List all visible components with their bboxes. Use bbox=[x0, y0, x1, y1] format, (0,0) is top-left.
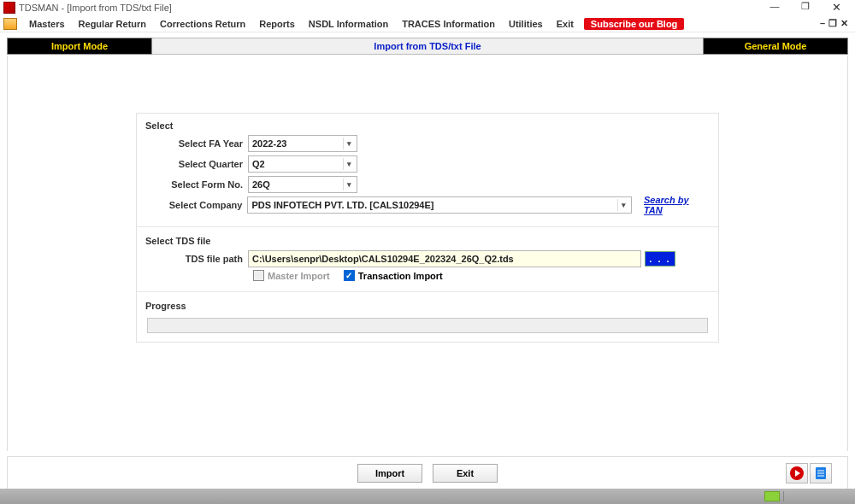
menu-regular-return[interactable]: Regular Return bbox=[72, 19, 153, 29]
subscribe-blog-button[interactable]: Subscribe our Blog bbox=[584, 18, 684, 30]
menubar-icon bbox=[3, 18, 17, 30]
quarter-label: Select Quarter bbox=[145, 159, 248, 169]
tab-title: Import from TDS/txt File bbox=[152, 38, 703, 55]
document-icon[interactable] bbox=[810, 463, 832, 483]
status-grip bbox=[783, 491, 852, 501]
master-import-label: Master Import bbox=[268, 271, 330, 281]
import-button[interactable]: Import bbox=[357, 464, 422, 483]
master-import-checkbox bbox=[253, 270, 264, 281]
company-combo[interactable]: PDS INFOTECH PVT. LTD. [CALS10294E] ▾ bbox=[247, 196, 632, 214]
chevron-down-icon: ▾ bbox=[343, 138, 355, 149]
select-legend: Select bbox=[145, 119, 710, 134]
menu-corrections-return[interactable]: Corrections Return bbox=[153, 19, 252, 29]
menu-exit[interactable]: Exit bbox=[550, 19, 581, 29]
maximize-button[interactable]: ❐ bbox=[790, 1, 821, 15]
chevron-down-icon: ▾ bbox=[343, 179, 355, 190]
chevron-down-icon: ▾ bbox=[343, 158, 355, 170]
tds-file-path-label: TDS file path bbox=[145, 254, 248, 264]
app-icon bbox=[3, 2, 15, 14]
select-section: Select Select FA Year 2022-23 ▾ Select Q… bbox=[137, 114, 718, 225]
divider bbox=[137, 291, 718, 292]
fa-year-combo[interactable]: 2022-23 ▾ bbox=[248, 135, 357, 152]
status-bar bbox=[0, 489, 855, 504]
tds-file-path-input[interactable]: C:\Users\senpr\Desktop\CALS10294E_202324… bbox=[248, 250, 641, 267]
play-icon[interactable] bbox=[786, 463, 808, 483]
fa-year-label: Select FA Year bbox=[145, 138, 248, 149]
progress-section: Progress bbox=[137, 294, 718, 342]
window-title: TDSMAN - [Import from TDS/txt File] bbox=[19, 3, 172, 13]
status-indicator-icon bbox=[764, 491, 780, 501]
company-label: Select Company bbox=[145, 200, 247, 210]
tds-file-path-value: C:\Users\senpr\Desktop\CALS10294E_202324… bbox=[252, 254, 514, 264]
divider bbox=[137, 226, 718, 227]
quarter-combo[interactable]: Q2 ▾ bbox=[248, 155, 357, 173]
tds-file-legend: Select TDS file bbox=[145, 234, 710, 249]
browse-button[interactable]: . . . bbox=[645, 251, 675, 267]
chevron-down-icon: ▾ bbox=[617, 199, 629, 211]
transaction-import-label: Transaction Import bbox=[358, 271, 443, 281]
company-value: PDS INFOTECH PVT. LTD. [CALS10294E] bbox=[251, 200, 433, 210]
titlebar: TDSMAN - [Import from TDS/txt File] — ❐ … bbox=[0, 0, 855, 15]
form-no-value: 26Q bbox=[252, 179, 270, 190]
mdi-restore-button[interactable]: ❐ bbox=[828, 18, 837, 29]
search-by-tan-link[interactable]: Search by TAN bbox=[644, 195, 710, 215]
exit-button[interactable]: Exit bbox=[433, 464, 498, 483]
form-no-combo[interactable]: 26Q ▾ bbox=[248, 176, 357, 193]
mdi-minimize-button[interactable]: – bbox=[820, 18, 825, 29]
minimize-button[interactable]: — bbox=[759, 1, 790, 15]
fa-year-value: 2022-23 bbox=[252, 138, 286, 149]
close-button[interactable]: ✕ bbox=[821, 1, 852, 15]
form-panel: Select Select FA Year 2022-23 ▾ Select Q… bbox=[136, 113, 719, 343]
mode-tabstrip: Import Mode Import from TDS/txt File Gen… bbox=[0, 32, 855, 51]
menu-utilities[interactable]: Utilities bbox=[502, 19, 550, 29]
progress-bar bbox=[147, 318, 708, 333]
transaction-import-checkbox[interactable]: ✓ bbox=[344, 270, 355, 281]
menu-masters[interactable]: Masters bbox=[22, 19, 72, 29]
work-area: Select Select FA Year 2022-23 ▾ Select Q… bbox=[7, 56, 848, 451]
footer-bar: Import Exit bbox=[7, 456, 848, 489]
form-no-label: Select Form No. bbox=[145, 179, 248, 190]
quarter-value: Q2 bbox=[252, 159, 265, 169]
menu-nsdl-information[interactable]: NSDL Information bbox=[302, 19, 395, 29]
menu-traces-information[interactable]: TRACES Information bbox=[395, 19, 502, 29]
progress-legend: Progress bbox=[145, 299, 710, 314]
tab-import-mode[interactable]: Import Mode bbox=[7, 38, 152, 55]
menu-reports[interactable]: Reports bbox=[252, 19, 302, 29]
mdi-close-button[interactable]: ✕ bbox=[840, 18, 848, 29]
tab-general-mode[interactable]: General Mode bbox=[703, 38, 848, 55]
menubar: Masters Regular Return Corrections Retur… bbox=[0, 15, 855, 32]
tds-file-section: Select TDS file TDS file path C:\Users\s… bbox=[137, 229, 718, 290]
